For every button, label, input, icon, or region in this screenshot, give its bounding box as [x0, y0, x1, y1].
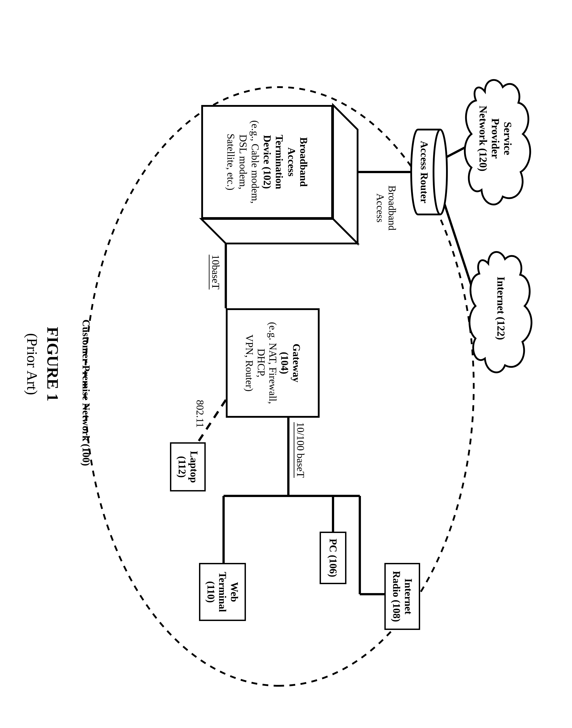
radio-l2: Radio (108): [391, 571, 402, 622]
tenbaset-text: 10baseT: [209, 254, 221, 290]
web-l2: Terminal: [217, 572, 228, 612]
web-l1: Web: [229, 582, 240, 602]
modem-box: Broadband Access Termination Device (102…: [199, 103, 360, 246]
pc-box: PC (106): [319, 532, 346, 584]
internet-radio-box: Internet Radio (108): [384, 563, 420, 630]
tenbaset-label: 10baseT: [210, 254, 221, 290]
svg-point-12: [434, 130, 447, 214]
figure-title: FIGURE 1: [44, 326, 62, 401]
gateway-l2: (104): [279, 352, 290, 374]
wifi-label: 802.11: [194, 400, 206, 428]
cloud-spn-l1: Service: [502, 122, 514, 155]
radio-l1: Internet: [403, 578, 414, 614]
gateway-l1: Gateway: [291, 344, 302, 382]
cloud-internet-label: Internet (122): [495, 277, 507, 340]
gateway-s1: (e.g. NAT, Firewall,: [267, 322, 279, 404]
svg-marker-14: [201, 219, 358, 243]
broadband-access-l2: Access: [374, 193, 386, 222]
laptop-box: Laptop (112): [170, 442, 206, 492]
broadband-access-label: Broadband Access: [374, 186, 398, 230]
web-l3: (110): [205, 581, 216, 603]
laptop-l2: (112): [176, 456, 188, 478]
modem-l4: Device (102): [262, 135, 273, 189]
lan-text: 10/100 baseT: [294, 422, 306, 478]
modem-l3: Termination: [274, 135, 285, 189]
gateway-s2: DHCP,: [255, 322, 267, 404]
lan-label: 10/100 baseT: [294, 422, 306, 478]
cpn-label: Customer Premise Network (100): [80, 319, 92, 466]
web-terminal-box: Web Terminal (110): [199, 563, 246, 621]
cloud-spn-l2: Provider: [489, 118, 501, 158]
cloud-spn-l3: Network (120): [477, 105, 489, 171]
pc-label: PC (106): [327, 538, 339, 577]
figure-subtitle: (Prior Art): [24, 333, 41, 395]
access-router: Access Router: [409, 125, 449, 219]
gateway-s3: VPN, Router): [243, 322, 255, 404]
cloud-service-provider: Service Provider Network (120): [460, 67, 541, 210]
modem-s3: Satellite, etc.): [225, 120, 237, 204]
broadband-access-l1: Broadband: [386, 186, 398, 230]
svg-marker-13: [333, 105, 358, 243]
cloud-internet: Internet (122): [465, 239, 541, 377]
figure-caption: FIGURE 1 (Prior Art): [22, 317, 63, 411]
modem-l2: Access: [286, 147, 297, 176]
modem-l1: Broadband: [298, 137, 309, 187]
access-router-label: Access Router: [418, 125, 430, 219]
laptop-l1: Laptop: [188, 451, 200, 483]
gateway-box: Gateway (104) (e.g. NAT, Firewall, DHCP,…: [226, 308, 319, 418]
modem-s1: (e.g., Cable modem,: [249, 120, 261, 204]
modem-s2: DSL modem,: [237, 120, 249, 204]
